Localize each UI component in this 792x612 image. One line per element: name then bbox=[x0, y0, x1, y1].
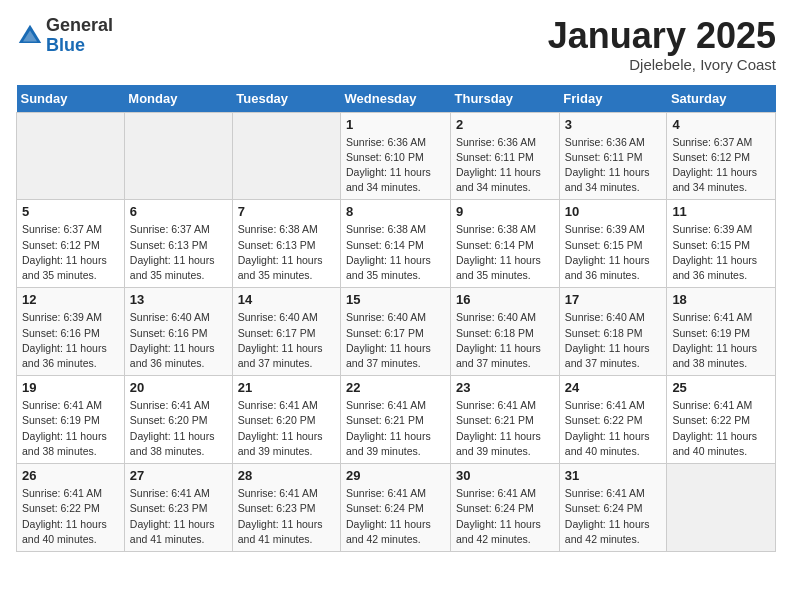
calendar-table: SundayMondayTuesdayWednesdayThursdayFrid… bbox=[16, 85, 776, 552]
day-cell: 29Sunrise: 6:41 AM Sunset: 6:24 PM Dayli… bbox=[341, 464, 451, 552]
day-number: 10 bbox=[565, 204, 662, 219]
day-info: Sunrise: 6:41 AM Sunset: 6:24 PM Dayligh… bbox=[456, 486, 554, 547]
day-number: 12 bbox=[22, 292, 119, 307]
day-number: 24 bbox=[565, 380, 662, 395]
day-cell: 4Sunrise: 6:37 AM Sunset: 6:12 PM Daylig… bbox=[667, 112, 776, 200]
day-info: Sunrise: 6:39 AM Sunset: 6:15 PM Dayligh… bbox=[565, 222, 662, 283]
day-info: Sunrise: 6:38 AM Sunset: 6:14 PM Dayligh… bbox=[346, 222, 445, 283]
day-number: 21 bbox=[238, 380, 335, 395]
day-info: Sunrise: 6:41 AM Sunset: 6:22 PM Dayligh… bbox=[22, 486, 119, 547]
day-info: Sunrise: 6:38 AM Sunset: 6:14 PM Dayligh… bbox=[456, 222, 554, 283]
day-number: 31 bbox=[565, 468, 662, 483]
day-info: Sunrise: 6:36 AM Sunset: 6:11 PM Dayligh… bbox=[565, 135, 662, 196]
day-cell: 20Sunrise: 6:41 AM Sunset: 6:20 PM Dayli… bbox=[124, 376, 232, 464]
day-cell bbox=[124, 112, 232, 200]
day-number: 4 bbox=[672, 117, 770, 132]
day-cell: 14Sunrise: 6:40 AM Sunset: 6:17 PM Dayli… bbox=[232, 288, 340, 376]
day-cell: 22Sunrise: 6:41 AM Sunset: 6:21 PM Dayli… bbox=[341, 376, 451, 464]
day-cell: 11Sunrise: 6:39 AM Sunset: 6:15 PM Dayli… bbox=[667, 200, 776, 288]
day-cell: 1Sunrise: 6:36 AM Sunset: 6:10 PM Daylig… bbox=[341, 112, 451, 200]
calendar-body: 1Sunrise: 6:36 AM Sunset: 6:10 PM Daylig… bbox=[17, 112, 776, 551]
day-number: 23 bbox=[456, 380, 554, 395]
calendar-header: SundayMondayTuesdayWednesdayThursdayFrid… bbox=[17, 85, 776, 113]
day-cell: 10Sunrise: 6:39 AM Sunset: 6:15 PM Dayli… bbox=[559, 200, 667, 288]
day-number: 15 bbox=[346, 292, 445, 307]
day-info: Sunrise: 6:39 AM Sunset: 6:16 PM Dayligh… bbox=[22, 310, 119, 371]
day-number: 26 bbox=[22, 468, 119, 483]
day-cell: 8Sunrise: 6:38 AM Sunset: 6:14 PM Daylig… bbox=[341, 200, 451, 288]
week-row-5: 26Sunrise: 6:41 AM Sunset: 6:22 PM Dayli… bbox=[17, 464, 776, 552]
day-info: Sunrise: 6:41 AM Sunset: 6:24 PM Dayligh… bbox=[346, 486, 445, 547]
day-cell: 18Sunrise: 6:41 AM Sunset: 6:19 PM Dayli… bbox=[667, 288, 776, 376]
logo: General Blue bbox=[16, 16, 113, 56]
day-info: Sunrise: 6:36 AM Sunset: 6:11 PM Dayligh… bbox=[456, 135, 554, 196]
day-cell: 7Sunrise: 6:38 AM Sunset: 6:13 PM Daylig… bbox=[232, 200, 340, 288]
day-info: Sunrise: 6:41 AM Sunset: 6:19 PM Dayligh… bbox=[22, 398, 119, 459]
day-number: 3 bbox=[565, 117, 662, 132]
day-info: Sunrise: 6:40 AM Sunset: 6:18 PM Dayligh… bbox=[565, 310, 662, 371]
day-header-wednesday: Wednesday bbox=[341, 85, 451, 113]
day-cell bbox=[17, 112, 125, 200]
calendar-title: January 2025 bbox=[548, 16, 776, 56]
day-number: 5 bbox=[22, 204, 119, 219]
day-number: 27 bbox=[130, 468, 227, 483]
day-cell: 23Sunrise: 6:41 AM Sunset: 6:21 PM Dayli… bbox=[451, 376, 560, 464]
day-cell: 24Sunrise: 6:41 AM Sunset: 6:22 PM Dayli… bbox=[559, 376, 667, 464]
day-number: 9 bbox=[456, 204, 554, 219]
day-number: 30 bbox=[456, 468, 554, 483]
day-number: 13 bbox=[130, 292, 227, 307]
day-info: Sunrise: 6:37 AM Sunset: 6:13 PM Dayligh… bbox=[130, 222, 227, 283]
day-cell: 26Sunrise: 6:41 AM Sunset: 6:22 PM Dayli… bbox=[17, 464, 125, 552]
day-number: 1 bbox=[346, 117, 445, 132]
day-info: Sunrise: 6:38 AM Sunset: 6:13 PM Dayligh… bbox=[238, 222, 335, 283]
day-info: Sunrise: 6:41 AM Sunset: 6:22 PM Dayligh… bbox=[672, 398, 770, 459]
day-number: 16 bbox=[456, 292, 554, 307]
week-row-3: 12Sunrise: 6:39 AM Sunset: 6:16 PM Dayli… bbox=[17, 288, 776, 376]
title-area: January 2025 Djelebele, Ivory Coast bbox=[548, 16, 776, 73]
day-number: 17 bbox=[565, 292, 662, 307]
day-cell: 3Sunrise: 6:36 AM Sunset: 6:11 PM Daylig… bbox=[559, 112, 667, 200]
day-cell: 28Sunrise: 6:41 AM Sunset: 6:23 PM Dayli… bbox=[232, 464, 340, 552]
day-number: 8 bbox=[346, 204, 445, 219]
logo-blue-text: Blue bbox=[46, 36, 113, 56]
day-number: 20 bbox=[130, 380, 227, 395]
day-cell: 15Sunrise: 6:40 AM Sunset: 6:17 PM Dayli… bbox=[341, 288, 451, 376]
day-info: Sunrise: 6:39 AM Sunset: 6:15 PM Dayligh… bbox=[672, 222, 770, 283]
week-row-4: 19Sunrise: 6:41 AM Sunset: 6:19 PM Dayli… bbox=[17, 376, 776, 464]
day-number: 29 bbox=[346, 468, 445, 483]
day-info: Sunrise: 6:41 AM Sunset: 6:19 PM Dayligh… bbox=[672, 310, 770, 371]
day-info: Sunrise: 6:41 AM Sunset: 6:21 PM Dayligh… bbox=[346, 398, 445, 459]
week-row-1: 1Sunrise: 6:36 AM Sunset: 6:10 PM Daylig… bbox=[17, 112, 776, 200]
day-number: 2 bbox=[456, 117, 554, 132]
day-cell: 9Sunrise: 6:38 AM Sunset: 6:14 PM Daylig… bbox=[451, 200, 560, 288]
day-header-thursday: Thursday bbox=[451, 85, 560, 113]
day-header-saturday: Saturday bbox=[667, 85, 776, 113]
day-cell: 17Sunrise: 6:40 AM Sunset: 6:18 PM Dayli… bbox=[559, 288, 667, 376]
day-info: Sunrise: 6:37 AM Sunset: 6:12 PM Dayligh… bbox=[672, 135, 770, 196]
day-cell: 12Sunrise: 6:39 AM Sunset: 6:16 PM Dayli… bbox=[17, 288, 125, 376]
day-info: Sunrise: 6:40 AM Sunset: 6:16 PM Dayligh… bbox=[130, 310, 227, 371]
day-cell: 21Sunrise: 6:41 AM Sunset: 6:20 PM Dayli… bbox=[232, 376, 340, 464]
day-number: 6 bbox=[130, 204, 227, 219]
days-of-week-row: SundayMondayTuesdayWednesdayThursdayFrid… bbox=[17, 85, 776, 113]
calendar-subtitle: Djelebele, Ivory Coast bbox=[548, 56, 776, 73]
day-number: 14 bbox=[238, 292, 335, 307]
day-cell: 31Sunrise: 6:41 AM Sunset: 6:24 PM Dayli… bbox=[559, 464, 667, 552]
day-number: 18 bbox=[672, 292, 770, 307]
day-cell: 27Sunrise: 6:41 AM Sunset: 6:23 PM Dayli… bbox=[124, 464, 232, 552]
day-cell: 13Sunrise: 6:40 AM Sunset: 6:16 PM Dayli… bbox=[124, 288, 232, 376]
logo-general-text: General bbox=[46, 16, 113, 36]
day-number: 25 bbox=[672, 380, 770, 395]
day-info: Sunrise: 6:37 AM Sunset: 6:12 PM Dayligh… bbox=[22, 222, 119, 283]
day-info: Sunrise: 6:40 AM Sunset: 6:17 PM Dayligh… bbox=[238, 310, 335, 371]
day-number: 7 bbox=[238, 204, 335, 219]
day-info: Sunrise: 6:41 AM Sunset: 6:22 PM Dayligh… bbox=[565, 398, 662, 459]
day-cell: 2Sunrise: 6:36 AM Sunset: 6:11 PM Daylig… bbox=[451, 112, 560, 200]
day-cell: 30Sunrise: 6:41 AM Sunset: 6:24 PM Dayli… bbox=[451, 464, 560, 552]
day-number: 11 bbox=[672, 204, 770, 219]
day-info: Sunrise: 6:41 AM Sunset: 6:23 PM Dayligh… bbox=[130, 486, 227, 547]
day-info: Sunrise: 6:41 AM Sunset: 6:20 PM Dayligh… bbox=[130, 398, 227, 459]
day-info: Sunrise: 6:41 AM Sunset: 6:23 PM Dayligh… bbox=[238, 486, 335, 547]
day-info: Sunrise: 6:41 AM Sunset: 6:21 PM Dayligh… bbox=[456, 398, 554, 459]
page-header: General Blue January 2025 Djelebele, Ivo… bbox=[16, 16, 776, 73]
